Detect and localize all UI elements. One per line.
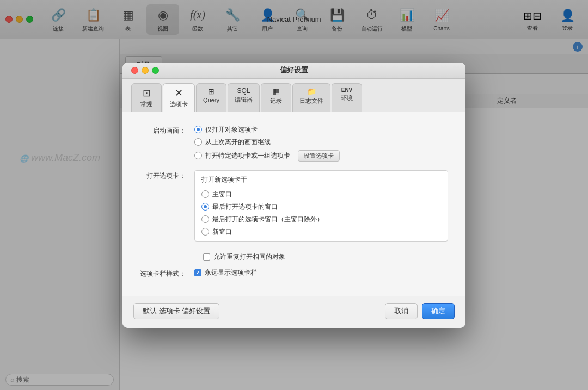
modal-tab-env[interactable]: ENV 环境	[332, 83, 362, 112]
radio-open-object-tab-circle	[194, 126, 202, 133]
modal-footer: 默认 选项卡 偏好设置 取消 确定	[122, 296, 465, 328]
modal-maximize[interactable]	[152, 67, 159, 74]
modal-tab-tabs[interactable]: ✕ 选项卡	[163, 83, 195, 112]
footer-left: 默认 选项卡 偏好设置	[133, 303, 219, 319]
radio-open-object-tab[interactable]: 仅打开对象选项卡	[194, 125, 448, 134]
modal-close[interactable]	[131, 67, 138, 74]
general-tab-icon: ⊡	[143, 87, 151, 99]
allow-reopen-label: 允许重复打开相同的对象	[213, 252, 285, 262]
log-tab-icon: 📁	[307, 87, 316, 96]
modal-traffic-lights	[131, 67, 159, 74]
modal-overlay: 偏好设置 ⊡ 常规 ✕ 选项卡 ⊞ Query SQL 编辑器 ▦ 记录	[0, 0, 588, 390]
modal-title: 偏好设置	[280, 65, 308, 75]
modal-content: 启动画面： 仅打开对象选项卡 从上次离开的画面继续 打开特定选项卡或一组选项卡 …	[122, 112, 465, 296]
radio-new-window[interactable]: 新窗口	[201, 227, 441, 237]
radio-new-window-label: 新窗口	[212, 227, 232, 237]
radio-last-except-circle	[201, 215, 209, 223]
radio-continue-screen[interactable]: 从上次离开的画面继续	[194, 138, 448, 147]
allow-reopen-checkbox[interactable]: 允许重复打开相同的对象	[203, 252, 285, 262]
env-tab-label: 环境	[341, 94, 353, 102]
modal-tab-record[interactable]: ▦ 记录	[261, 83, 291, 112]
modal-tab-query[interactable]: ⊞ Query	[196, 83, 226, 112]
general-tab-label: 常规	[140, 100, 152, 108]
radio-last-opened[interactable]: 最后打开选项卡的窗口	[201, 202, 441, 212]
radio-new-window-circle	[201, 228, 209, 236]
modal-minimize[interactable]	[142, 67, 149, 74]
radio-last-opened-label: 最后打开选项卡的窗口	[212, 202, 278, 212]
radio-main-window[interactable]: 主窗口	[201, 190, 441, 199]
tabs-tab-label: 选项卡	[170, 100, 188, 108]
open-tab-box: 打开新选项卡于 主窗口 最后打开选项卡的窗口 最后打开的选项卡窗口（主窗口除外）	[194, 170, 448, 242]
radio-open-object-tab-label: 仅打开对象选项卡	[205, 125, 258, 134]
editor-tab-icon: SQL	[237, 87, 250, 95]
open-tab-box-label: 打开新选项卡于	[201, 175, 441, 184]
open-tab-label: 打开选项卡：	[140, 170, 194, 181]
radio-continue-screen-label: 从上次离开的画面继续	[205, 138, 271, 147]
allow-reopen-section: 允许重复打开相同的对象	[203, 252, 448, 262]
always-show-label: 永远显示选项卡栏	[205, 268, 257, 277]
default-button[interactable]: 默认 选项卡 偏好设置	[133, 303, 219, 319]
startup-label: 启动画面：	[140, 125, 194, 135]
radio-main-window-label: 主窗口	[212, 190, 232, 199]
editor-tab-label: 编辑器	[235, 96, 253, 104]
record-tab-label: 记录	[270, 97, 282, 105]
radio-continue-screen-circle	[194, 138, 202, 146]
query-tab-label: Query	[203, 97, 219, 103]
radio-main-window-circle	[201, 190, 209, 198]
always-show-box	[194, 269, 201, 276]
preferences-modal: 偏好设置 ⊡ 常规 ✕ 选项卡 ⊞ Query SQL 编辑器 ▦ 记录	[122, 63, 465, 328]
radio-last-except-label: 最后打开的选项卡窗口（主窗口除外）	[212, 215, 323, 224]
radio-specific-tab-label: 打开特定选项卡或一组选项卡	[205, 151, 290, 160]
modal-tabs: ⊡ 常规 ✕ 选项卡 ⊞ Query SQL 编辑器 ▦ 记录 📁 日志文件	[122, 79, 465, 112]
modal-tab-general[interactable]: ⊡ 常规	[131, 83, 162, 112]
modal-title-bar: 偏好设置	[122, 63, 465, 79]
radio-last-opened-circle	[201, 203, 209, 211]
allow-reopen-box	[203, 253, 210, 261]
radio-specific-tab-circle	[194, 152, 202, 159]
env-tab-icon: ENV	[341, 87, 353, 93]
open-tab-section: 打开选项卡： 打开新选项卡于 主窗口 最后打开选项卡的窗口	[140, 170, 448, 242]
tab-bar-label: 选项卡栏样式：	[140, 268, 194, 278]
modal-tab-log[interactable]: 📁 日志文件	[292, 83, 330, 112]
query-tab-icon: ⊞	[208, 87, 215, 96]
confirm-button[interactable]: 确定	[422, 303, 455, 319]
tabs-tab-icon: ✕	[175, 87, 183, 99]
record-tab-icon: ▦	[273, 87, 280, 96]
open-tab-content: 打开新选项卡于 主窗口 最后打开选项卡的窗口 最后打开的选项卡窗口（主窗口除外）	[194, 170, 448, 242]
set-tab-button[interactable]: 设置选项卡	[298, 150, 340, 162]
tab-bar-section: 选项卡栏样式： 永远显示选项卡栏	[140, 268, 448, 278]
radio-specific-tab[interactable]: 打开特定选项卡或一组选项卡 设置选项卡	[194, 150, 448, 162]
cancel-button[interactable]: 取消	[385, 303, 418, 319]
tab-bar-content: 永远显示选项卡栏	[194, 268, 448, 277]
footer-right: 取消 确定	[385, 303, 455, 319]
startup-section: 启动画面： 仅打开对象选项卡 从上次离开的画面继续 打开特定选项卡或一组选项卡 …	[140, 125, 448, 162]
modal-tab-editor[interactable]: SQL 编辑器	[228, 83, 260, 112]
always-show-checkbox[interactable]: 永远显示选项卡栏	[194, 268, 448, 277]
startup-content: 仅打开对象选项卡 从上次离开的画面继续 打开特定选项卡或一组选项卡 设置选项卡	[194, 125, 448, 162]
radio-last-except[interactable]: 最后打开的选项卡窗口（主窗口除外）	[201, 215, 441, 224]
log-tab-label: 日志文件	[299, 97, 323, 105]
